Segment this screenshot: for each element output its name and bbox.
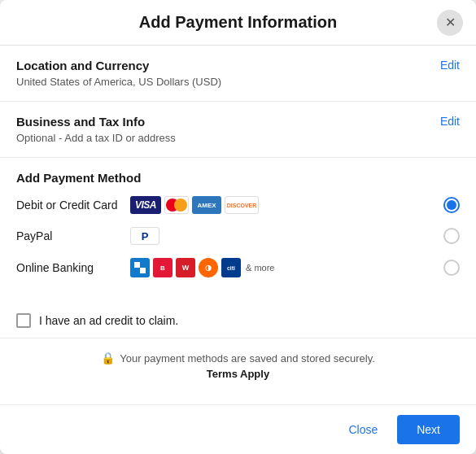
paypal-option[interactable]: PayPal P (16, 227, 460, 245)
ad-credit-checkbox[interactable] (16, 313, 31, 328)
modal-footer: Close Next (0, 404, 476, 454)
paypal-p-icon: P (142, 230, 149, 242)
location-currency-content: Location and Currency United States of A… (16, 59, 221, 88)
ad-credit-label: I have an ad credit to claim. (39, 314, 178, 327)
ad-credit-section: I have an ad credit to claim. (0, 303, 476, 338)
mastercard-icon (164, 196, 189, 214)
payment-method-section: Add Payment Method Debit or Credit Card … (0, 158, 476, 303)
more-banks-text: & more (246, 263, 274, 273)
modal-body: Location and Currency United States of A… (0, 46, 476, 404)
banking-icons: B W ◑ citi & more (130, 258, 274, 277)
online-banking-label: Online Banking (16, 261, 122, 274)
debit-credit-label-group: Debit or Credit Card VISA AMEX DISCOVER (16, 196, 443, 214)
paypal-icon: P (130, 227, 159, 245)
business-tax-title: Business and Tax Info (16, 115, 176, 129)
security-message: Your payment methods are saved and store… (120, 352, 375, 365)
location-currency-subtitle: United States of America, US Dollars (US… (16, 76, 221, 88)
close-icon: ✕ (445, 15, 456, 30)
online-banking-option[interactable]: Online Banking B W ◑ citi (16, 258, 460, 277)
bofa-icon: B (153, 258, 172, 277)
close-button[interactable]: Close (338, 417, 387, 443)
close-icon-button[interactable]: ✕ (437, 10, 463, 36)
modal-header: Add Payment Information ✕ (0, 0, 476, 46)
security-line: 🔒 Your payment methods are saved and sto… (16, 351, 460, 365)
radio-inner (447, 200, 456, 210)
add-payment-modal: Add Payment Information ✕ Location and C… (0, 0, 476, 454)
visa-icon: VISA (130, 196, 161, 214)
lock-icon: 🔒 (101, 351, 115, 365)
paypal-radio[interactable] (443, 228, 460, 244)
citi-icon: citi (221, 258, 241, 277)
business-tax-content: Business and Tax Info Optional - Add a t… (16, 115, 176, 144)
location-edit-link[interactable]: Edit (440, 59, 460, 72)
amex-icon: AMEX (192, 196, 221, 214)
payment-method-title: Add Payment Method (16, 171, 460, 185)
svg-rect-1 (140, 268, 146, 273)
business-edit-link[interactable]: Edit (440, 115, 460, 128)
orange-bank-icon: ◑ (199, 258, 218, 277)
debit-credit-label: Debit or Credit Card (16, 199, 122, 212)
online-banking-radio[interactable] (443, 260, 460, 276)
card-icons: VISA AMEX DISCOVER (130, 196, 259, 214)
modal-title: Add Payment Information (139, 13, 337, 32)
terms-link[interactable]: Terms Apply (16, 368, 460, 380)
location-currency-section: Location and Currency United States of A… (0, 46, 476, 102)
next-button[interactable]: Next (397, 415, 460, 444)
business-tax-subtitle: Optional - Add a tax ID or address (16, 132, 176, 144)
location-currency-title: Location and Currency (16, 59, 221, 72)
svg-rect-0 (134, 262, 140, 268)
wellsfargo-icon: W (176, 258, 195, 277)
security-section: 🔒 Your payment methods are saved and sto… (0, 338, 476, 393)
paypal-label: PayPal (16, 229, 122, 242)
business-tax-section: Business and Tax Info Optional - Add a t… (0, 102, 476, 158)
chase-icon (130, 258, 150, 277)
online-banking-label-group: Online Banking B W ◑ citi (16, 258, 443, 277)
discover-icon: DISCOVER (225, 196, 259, 214)
debit-credit-option[interactable]: Debit or Credit Card VISA AMEX DISCOVER (16, 196, 460, 214)
paypal-label-group: PayPal P (16, 227, 443, 245)
debit-credit-radio[interactable] (443, 197, 460, 213)
